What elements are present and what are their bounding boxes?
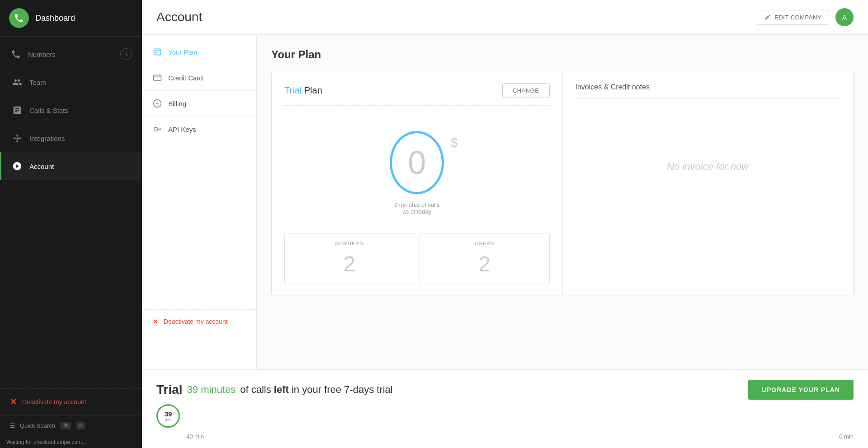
shortcut-key-1: ⌘ [61,422,71,429]
svg-point-15 [154,127,158,131]
progress-num: 39 [165,410,172,418]
cards-row: Trial Plan CHANGE 0 $ [271,72,854,295]
deactivate-account-button[interactable]: ✕ Deactivate my account [0,388,142,415]
invoices-title: Invoices & Credit notes [576,83,841,99]
sidebar-item-calls-stats[interactable]: Calls & Stats [0,96,142,124]
users-label: USERS [427,241,542,246]
stats-icon [11,104,23,116]
svg-point-2 [16,140,18,142]
section-title: Your Plan [271,48,854,61]
trial-calls-text: of calls left in your free 7-days trial [240,384,393,396]
progress-label-right: 0 min [839,433,854,440]
sub-nav-your-plan[interactable]: Your Plan [142,39,256,65]
users-value: 2 [427,252,542,276]
sub-sidebar: Your Plan Credit Card [142,35,257,369]
header-right: EDIT COMPANY A [757,8,854,26]
minutes-label: 0 minutes of calls [394,201,439,208]
sidebar-item-team[interactable]: Team [0,68,142,96]
trial-label: Trial [156,383,183,397]
sub-nav-api-keys[interactable]: API Keys [142,117,256,142]
svg-point-6 [14,137,15,139]
page-title: Account [156,10,202,24]
account-icon [11,160,23,172]
sub-nav-label-your-plan: Your Plan [168,48,198,56]
trial-bar: Trial 39 minutes of calls left in your f… [142,369,868,448]
plan-visual: 0 $ 0 minutes of calls as of today [284,113,550,224]
svg-point-0 [16,137,18,139]
app-logo[interactable] [9,8,29,28]
api-icon [153,125,162,134]
shortcut-key-2: K [76,422,85,429]
sub-sidebar-wrapper: Your Plan Credit Card [142,39,256,369]
sub-nav-billing[interactable]: Billing [142,91,256,117]
no-invoice-text: No invoice for now [576,106,841,227]
user-avatar[interactable]: A [835,8,854,26]
content-area: Your Plan Credit Card [142,35,868,369]
sidebar: Dashboard Numbers + Team [0,0,142,448]
numbers-value: 2 [292,252,406,276]
sub-nav-label-api-keys: API Keys [168,126,196,133]
numbers-stat: NUMBERS 2 [284,233,414,284]
trial-bold-text: left [274,384,289,395]
edit-company-button[interactable]: EDIT COMPANY [757,10,829,25]
sidebar-item-account[interactable]: Account [0,152,142,180]
plan-name-suffix: Plan [304,85,322,95]
sidebar-item-integrations[interactable]: Integrations [0,124,142,152]
minutes-text: 0 minutes of calls as of today [394,201,439,215]
progress-circle: 39 min [156,404,180,428]
search-icon: ☰ [10,422,15,429]
sidebar-item-label-calls: Calls & Stats [29,107,68,114]
progress-label-left: 40 min [186,433,204,440]
plan-card-header: Trial Plan CHANGE [284,83,550,106]
sub-nav-label-billing: Billing [168,100,186,107]
minutes-sub: as of today [394,208,439,215]
status-text: Waiting for checkout.stripe.com... [6,439,86,445]
progress-labels: 40 min 0 min [156,433,854,440]
sidebar-item-label-account: Account [29,163,54,170]
sub-nav-label-credit-card: Credit Card [168,74,203,82]
plan-name-prefix: Trial [284,85,302,95]
phone-icon [10,48,22,60]
svg-rect-12 [154,75,161,80]
sub-x-icon: ✕ [153,318,158,325]
x-icon: ✕ [10,397,17,407]
page-content: Your Plan Trial Plan CHANGE [257,35,868,369]
main-header: Account EDIT COMPANY A [142,0,868,35]
sidebar-nav: Numbers + Team Calls & Stats [0,37,142,215]
deactivate-label: Deactivate my account [22,398,86,406]
minutes-visual: 0 $ [390,131,444,194]
zero-value: 0 [408,144,426,181]
team-icon [11,76,23,88]
user-initial: A [842,14,847,21]
integrations-icon [11,132,23,144]
trial-header: Trial 39 minutes of calls left in your f… [156,380,854,400]
upgrade-plan-button[interactable]: UPGRADE YOUR PLAN [748,380,854,400]
plan-stats: NUMBERS 2 USERS 2 [284,233,550,284]
sidebar-item-label-team: Team [29,79,46,86]
progress-row: 39 min [156,404,854,428]
dollar-sign: $ [451,135,458,150]
plan-card: Trial Plan CHANGE 0 $ [272,72,563,295]
svg-point-1 [16,135,18,136]
section-title-2: Plan [298,48,321,61]
sidebar-item-label-numbers: Numbers [28,51,56,58]
main-content: Account EDIT COMPANY A [142,0,868,448]
add-number-button[interactable]: + [120,48,132,60]
sub-nav-credit-card[interactable]: Credit Card [142,65,256,91]
users-stat: USERS 2 [420,233,549,284]
plan-name: Trial Plan [284,85,322,96]
status-bar: Waiting for checkout.stripe.com... [0,436,142,448]
sidebar-item-numbers[interactable]: Numbers + [0,40,142,68]
sidebar-item-label-integrations: Integrations [29,135,65,142]
quick-search-label: Quick Search [20,422,55,429]
change-plan-button[interactable]: CHANGE [502,83,550,98]
svg-rect-11 [156,52,157,53]
svg-point-5 [19,137,21,139]
sub-deactivate-button[interactable]: ✕ Deactivate my account [142,309,256,333]
invoices-card: Invoices & Credit notes No invoice for n… [563,72,854,295]
zero-circle: 0 [390,131,444,194]
plan-icon [153,47,162,56]
section-title-1: Your [271,48,295,61]
trial-calls-label: of calls [240,384,271,395]
trial-title: Trial 39 minutes of calls left in your f… [156,383,393,397]
